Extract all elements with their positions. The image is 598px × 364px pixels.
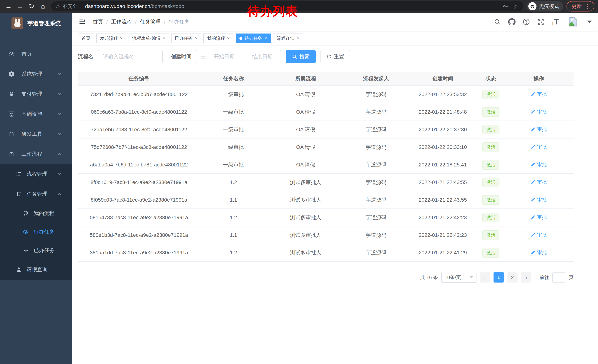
browser-update-button[interactable]: 更新 ⋮ [566, 1, 594, 11]
task-name: 1.1 [200, 226, 267, 244]
font-size-icon[interactable]: TT [551, 18, 559, 25]
page-size-select[interactable]: 10条/页 [441, 272, 476, 283]
tab-start-process[interactable]: 发起流程 × [96, 33, 126, 43]
sidebar-item-my-process[interactable]: 我的流程 [0, 204, 72, 223]
breadcrumb-workflow[interactable]: 工作流程 [111, 18, 132, 25]
approve-button[interactable]: 审批 [531, 108, 547, 115]
create-time: 2022-01-21 22:41:29 [407, 244, 478, 261]
sidebar-item-payment[interactable]: ¥ 支付管理 [0, 84, 72, 104]
page-button-1[interactable]: 1 [493, 272, 504, 283]
tab-close-icon[interactable]: × [227, 36, 230, 41]
approve-button[interactable]: 审批 [531, 214, 547, 220]
breadcrumb-home[interactable]: 首页 [93, 18, 103, 25]
home-icon[interactable]: ⌂ [38, 1, 48, 11]
pagination: 共 16 条 10条/页 ‹ 1 2 › 前往 页 [78, 272, 573, 283]
search-icon[interactable] [494, 18, 501, 25]
key-icon[interactable] [502, 3, 509, 10]
breadcrumb-separator: / [106, 19, 108, 25]
approve-button[interactable]: 审批 [531, 91, 547, 97]
not-secure-label: 不安全 [62, 3, 77, 10]
sidebar-fold-icon[interactable] [79, 18, 87, 26]
not-secure-warning[interactable]: ⚠ 不安全 [56, 3, 77, 10]
sidebar-item-label: 已办任务 [34, 247, 62, 254]
tab-done-task[interactable]: 已办任务 × [171, 33, 201, 43]
page-unit-label: 页 [569, 274, 573, 281]
fullscreen-icon[interactable] [537, 18, 544, 25]
incognito-icon [528, 2, 537, 10]
edit-icon [531, 197, 536, 202]
date-range-picker[interactable]: 开始日期 - 结束日期 [196, 50, 281, 63]
back-icon[interactable]: ← [4, 1, 13, 11]
edit-icon [531, 215, 536, 219]
page-size-value: 10条/页 [445, 274, 461, 281]
process-name: OA 请假 [267, 103, 345, 121]
process-name-input[interactable] [98, 50, 163, 63]
help-icon[interactable] [523, 18, 530, 25]
sidebar-item-system[interactable]: 系统管理 [0, 64, 72, 84]
sidebar-item-leave-query[interactable]: 请假查询 [0, 259, 72, 280]
chevron-down-icon [57, 92, 62, 97]
prev-page-button[interactable]: ‹ [480, 272, 490, 283]
browser-menu-icon[interactable]: ⋮ [585, 3, 590, 9]
process-name: 测试多审批人 [267, 173, 345, 191]
tab-close-icon[interactable]: × [297, 36, 299, 41]
sidebar-item-infra[interactable]: 基础设施 [0, 104, 72, 124]
annotation-todo-list: 待办列表 [248, 3, 298, 20]
update-label: 更新 [571, 3, 582, 10]
bookmark-star-icon[interactable]: ☆ [513, 3, 519, 10]
avatar-dropdown-caret[interactable] [587, 21, 592, 23]
page-button-2[interactable]: 2 [507, 272, 518, 283]
table-row: 8f0d1619-7ac8-11ec-a9e2-a2380e71991a 1.2… [78, 173, 573, 191]
person-icon [16, 267, 22, 273]
table-row: 381aa1dd-7ac8-11ec-a9e2-a2380e71991a 1.2… [78, 244, 573, 261]
avatar[interactable] [566, 15, 580, 29]
status-badge: 激活 [482, 142, 499, 152]
reload-icon[interactable]: ↻ [27, 1, 36, 11]
tab-close-icon[interactable]: × [195, 36, 198, 41]
column-header: 任务名称 [200, 72, 267, 86]
edit-icon [531, 232, 536, 237]
pagination-total: 共 16 条 [420, 274, 438, 281]
tab-my-process[interactable]: 我的流程 × [203, 33, 233, 43]
dashboard-icon [8, 51, 15, 57]
next-page-button[interactable]: › [521, 272, 531, 283]
task-id: 725a1eb6-7b88-11ec-8ef0-acde48001122 [78, 121, 200, 138]
sidebar-item-process-mgmt[interactable]: 流程管理 [0, 164, 72, 184]
approve-button[interactable]: 审批 [531, 126, 547, 133]
tab-process-detail[interactable]: 流程详情 × [273, 33, 303, 43]
sidebar-item-devtools[interactable]: 研发工具 [0, 124, 72, 144]
task-id: 8f0d1619-7ac8-11ec-a9e2-a2380e71991a [78, 173, 200, 191]
goto-page-input[interactable] [552, 272, 565, 283]
approve-button[interactable]: 审批 [531, 232, 547, 238]
sidebar-item-workflow[interactable]: 工作流程 [0, 144, 72, 164]
reset-button[interactable]: 重置 [321, 50, 350, 63]
edit-icon [531, 180, 536, 184]
tab-label: 流程表单-编辑 [132, 35, 160, 41]
reset-button-label: 重置 [334, 53, 344, 60]
approve-button[interactable]: 审批 [531, 179, 547, 185]
search-button[interactable]: 搜索 [286, 50, 316, 63]
initiator: 芋道源码 [345, 209, 407, 226]
task-id: 8f059c03-7ac8-11ec-a9e2-a2380e71991a [78, 191, 200, 209]
breadcrumb-task-mgmt[interactable]: 任务管理 [140, 18, 161, 25]
table-header-row: 任务编号 任务名称 所属流程 流程发起人 创建时间 状态 操作 [78, 72, 573, 86]
tab-close-icon[interactable]: × [120, 36, 123, 41]
sidebar-item-done-task[interactable]: 已办任务 [0, 241, 72, 259]
approve-button[interactable]: 审批 [531, 249, 547, 256]
sidebar-item-home[interactable]: 首页 [0, 44, 72, 64]
approve-button[interactable]: 审批 [531, 161, 547, 168]
forward-icon[interactable]: → [15, 1, 25, 11]
tab-todo-task[interactable]: 待办任务 × [236, 33, 271, 43]
tab-process-form-edit[interactable]: 流程表单-编辑 × [129, 33, 169, 43]
sidebar-item-todo-task[interactable]: 待办任务 [0, 223, 72, 241]
github-icon[interactable] [508, 18, 515, 25]
approve-button[interactable]: 审批 [531, 196, 547, 203]
tab-close-icon[interactable]: × [163, 36, 165, 41]
approve-button[interactable]: 审批 [531, 144, 547, 150]
task-name: 1.2 [200, 173, 267, 191]
tab-home[interactable]: 首页 [78, 33, 94, 43]
app-logo-row[interactable]: 芋道管理系统 [0, 13, 72, 34]
sidebar-item-task-mgmt[interactable]: 任务管理 [0, 184, 72, 204]
task-name: 一级审批 [200, 138, 267, 156]
tab-close-icon[interactable]: × [265, 36, 267, 41]
